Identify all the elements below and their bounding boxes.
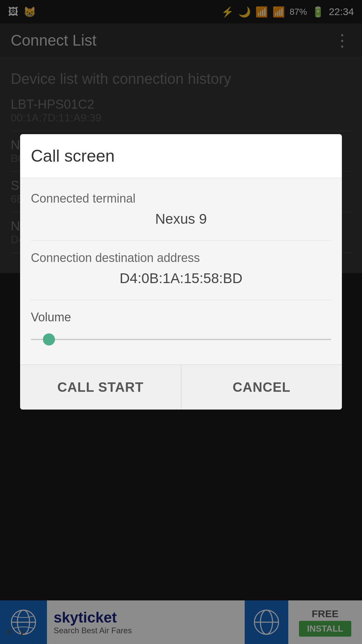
cancel-button[interactable]: CANCEL: [181, 365, 342, 410]
dialog-title: Call screen: [20, 134, 342, 178]
call-screen-dialog: Call screen Connected terminal Nexus 9 C…: [20, 134, 342, 410]
dialog-buttons: CALL START CANCEL: [20, 365, 342, 410]
dialog-body: Connected terminal Nexus 9 Connection de…: [20, 178, 342, 365]
connected-terminal-label: Connected terminal: [31, 192, 331, 206]
connected-terminal-value: Nexus 9: [31, 211, 331, 227]
volume-thumb: [43, 333, 55, 345]
connection-address-value: D4:0B:1A:15:58:BD: [31, 270, 331, 286]
volume-track: [31, 339, 331, 340]
call-start-button[interactable]: CALL START: [20, 365, 181, 410]
dialog-divider-1: [31, 240, 331, 241]
dialog-divider-2: [31, 300, 331, 300]
volume-label: Volume: [31, 310, 331, 324]
volume-section: Volume: [31, 310, 331, 348]
connection-address-label: Connection destination address: [31, 251, 331, 265]
volume-slider-container[interactable]: [31, 331, 331, 348]
